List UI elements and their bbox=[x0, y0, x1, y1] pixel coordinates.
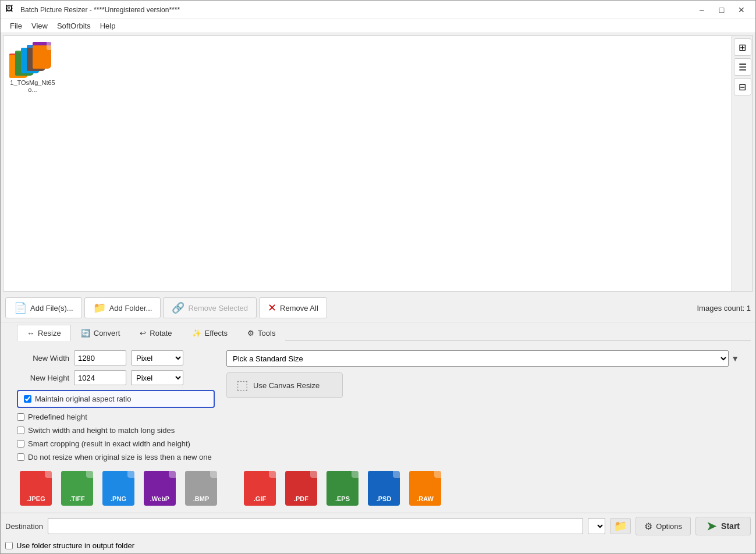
standard-size-dropdown-icon: ▼ bbox=[731, 354, 739, 363]
format-badge-png: .PNG bbox=[102, 471, 134, 506]
folder-structure-label[interactable]: Use folder structure in output folder bbox=[16, 541, 134, 550]
images-count: Images count: 1 bbox=[697, 304, 751, 312]
destination-label: Destination bbox=[5, 522, 43, 531]
aspect-ratio-checkbox[interactable] bbox=[24, 395, 31, 403]
new-width-label: New Width bbox=[17, 354, 69, 363]
menu-softorbits[interactable]: SoftOrbits bbox=[52, 20, 95, 31]
resize-panel: New Width Pixel Percent Centimeter Inch … bbox=[5, 346, 751, 466]
tab-tools[interactable]: ⚙ Tools bbox=[237, 325, 285, 341]
title-bar: 🖼 Batch Picture Resizer - ****Unregister… bbox=[1, 1, 755, 19]
format-badge-jpeg: .JPEG bbox=[20, 471, 52, 506]
maximize-button[interactable]: □ bbox=[712, 4, 731, 16]
destination-dropdown[interactable] bbox=[588, 518, 605, 534]
add-files-button[interactable]: 📄 Add File(s)... bbox=[5, 297, 82, 318]
add-files-icon: 📄 bbox=[14, 301, 27, 314]
effects-tab-label: Effects bbox=[205, 329, 228, 338]
tab-effects[interactable]: ✨ Effects bbox=[182, 325, 238, 341]
tab-resize[interactable]: ↔ Resize bbox=[17, 325, 71, 341]
predefined-height-checkbox[interactable] bbox=[17, 413, 24, 421]
minimize-button[interactable]: – bbox=[693, 4, 711, 16]
format-label-eps: .EPS bbox=[335, 495, 350, 502]
add-folder-button[interactable]: 📁 Add Folder... bbox=[84, 297, 161, 318]
close-button[interactable]: ✕ bbox=[732, 4, 751, 16]
format-badge-bmp: .BMP bbox=[185, 471, 217, 506]
add-folder-label: Add Folder... bbox=[109, 304, 152, 312]
resize-left: New Width Pixel Percent Centimeter Inch … bbox=[17, 350, 215, 461]
view-large-button[interactable]: ⊞ bbox=[734, 38, 751, 56]
view-list-button[interactable]: ☰ bbox=[734, 58, 751, 76]
menu-view[interactable]: View bbox=[27, 20, 52, 31]
height-unit-select[interactable]: Pixel Percent Centimeter Inch bbox=[131, 370, 183, 385]
predefined-height-label[interactable]: Predefined height bbox=[28, 413, 87, 421]
view-grid-button[interactable]: ⊟ bbox=[734, 78, 751, 95]
format-label-raw: .RAW bbox=[417, 495, 434, 502]
thumb-stack bbox=[9, 42, 56, 77]
file-name: 1_TOsMg_Nt65o... bbox=[9, 79, 56, 93]
canvas-resize-button[interactable]: ⬚ Use Canvas Resize bbox=[226, 372, 343, 398]
format-tiff: .TIFF bbox=[58, 471, 96, 506]
stacked-file-10 bbox=[33, 45, 51, 69]
format-jpeg: .JPEG bbox=[17, 471, 55, 506]
browse-destination-button[interactable]: 📁 bbox=[610, 518, 631, 534]
width-unit-select[interactable]: Pixel Percent Centimeter Inch bbox=[131, 350, 183, 365]
destination-input[interactable] bbox=[48, 518, 583, 534]
new-height-label: New Height bbox=[17, 374, 69, 382]
start-label: Start bbox=[721, 521, 740, 531]
standard-size-select[interactable]: Pick a Standard Size bbox=[226, 350, 729, 367]
menu-file[interactable]: File bbox=[5, 20, 27, 31]
file-list: 1_TOsMg_Nt65o... bbox=[3, 36, 732, 291]
new-height-input[interactable] bbox=[74, 370, 126, 385]
resize-tab-icon: ↔ bbox=[27, 329, 34, 338]
format-label-bmp: .BMP bbox=[193, 495, 210, 502]
no-resize-label[interactable]: Do not resize when original size is less… bbox=[28, 453, 212, 461]
file-area: 1_TOsMg_Nt65o... ⊞ ☰ ⊟ bbox=[3, 35, 753, 292]
format-png: .PNG bbox=[100, 471, 137, 506]
height-row: New Height Pixel Percent Centimeter Inch bbox=[17, 370, 215, 385]
folder-check-row: Use folder structure in output folder bbox=[1, 539, 755, 553]
switch-wh-row: Switch width and height to match long si… bbox=[17, 426, 215, 435]
file-thumbnail bbox=[9, 42, 56, 77]
format-label-tiff: .TIFF bbox=[69, 495, 84, 502]
smart-crop-checkbox[interactable] bbox=[17, 440, 24, 448]
window-title: Batch Picture Resizer - ****Unregistered… bbox=[20, 6, 693, 14]
format-badge-raw: .RAW bbox=[409, 471, 441, 506]
start-button[interactable]: ➤ Start bbox=[695, 517, 751, 535]
remove-selected-button[interactable]: 🔗 Remove Selected bbox=[163, 297, 257, 318]
format-icons-row: .JPEG .TIFF .PNG .WebP bbox=[5, 466, 751, 510]
aspect-ratio-label[interactable]: Maintain original aspect ratio bbox=[35, 395, 131, 403]
tab-convert[interactable]: 🔄 Convert bbox=[71, 325, 130, 341]
toolbar-row: 📄 Add File(s)... 📁 Add Folder... 🔗 Remov… bbox=[1, 294, 755, 322]
options-icon: ⚙ bbox=[644, 521, 652, 532]
convert-tab-label: Convert bbox=[94, 329, 120, 338]
rotate-tab-label: Rotate bbox=[150, 329, 172, 338]
list-item[interactable]: 1_TOsMg_Nt65o... bbox=[9, 42, 56, 93]
tab-rotate[interactable]: ↩ Rotate bbox=[130, 325, 182, 341]
remove-selected-label: Remove Selected bbox=[188, 304, 248, 312]
switch-wh-label[interactable]: Switch width and height to match long si… bbox=[28, 426, 175, 435]
smart-crop-row: Smart cropping (result in exact width an… bbox=[17, 439, 215, 448]
format-bmp: .BMP bbox=[182, 471, 220, 506]
new-width-input[interactable] bbox=[74, 350, 126, 365]
effects-tab-icon: ✨ bbox=[192, 329, 201, 338]
format-pdf: .PDF bbox=[282, 471, 320, 506]
menu-bar: File View SoftOrbits Help bbox=[1, 19, 755, 33]
options-button[interactable]: ⚙ Options bbox=[636, 517, 691, 535]
add-folder-icon: 📁 bbox=[93, 301, 106, 314]
no-resize-checkbox[interactable] bbox=[17, 453, 24, 461]
tools-tab-icon: ⚙ bbox=[247, 329, 254, 338]
window-controls: – □ ✕ bbox=[693, 4, 751, 16]
main-content: 1_TOsMg_Nt65o... ⊞ ☰ ⊟ 📄 Add File(s)... … bbox=[1, 33, 755, 513]
predefined-height-row: Predefined height bbox=[17, 413, 215, 421]
right-toolbar: ⊞ ☰ ⊟ bbox=[732, 36, 753, 291]
remove-all-button[interactable]: ✕ Remove All bbox=[259, 297, 327, 318]
canvas-icon: ⬚ bbox=[236, 378, 249, 393]
switch-wh-checkbox[interactable] bbox=[17, 427, 24, 434]
menu-help[interactable]: Help bbox=[95, 20, 120, 31]
aspect-ratio-row: Maintain original aspect ratio bbox=[24, 395, 208, 403]
canvas-resize-label: Use Canvas Resize bbox=[253, 381, 320, 390]
convert-tab-icon: 🔄 bbox=[81, 329, 90, 338]
app-icon: 🖼 bbox=[5, 4, 17, 16]
smart-crop-label[interactable]: Smart cropping (result in exact width an… bbox=[28, 439, 190, 448]
folder-structure-checkbox[interactable] bbox=[5, 542, 13, 549]
add-files-label: Add File(s)... bbox=[30, 304, 73, 312]
